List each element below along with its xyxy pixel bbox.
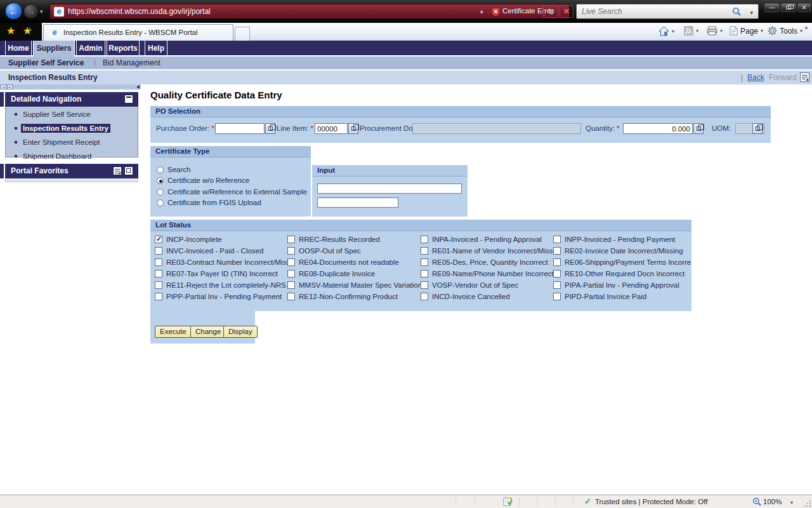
checkbox-icon[interactable] bbox=[155, 270, 162, 277]
checkbox-re02-invoice-date[interactable]: RE02-Invoice Date Incorrect/Missing bbox=[553, 247, 691, 255]
window-close-button[interactable]: ✕ bbox=[797, 3, 811, 12]
checkbox-re03-contract-number[interactable]: RE03-Contract Number Incorrect/Miss bbox=[155, 258, 290, 266]
checkbox-inpa-invoiced-pending-approval[interactable]: INPA-Invoiced - Pending Approval bbox=[421, 236, 554, 243]
address-bar[interactable]: e https://wbscmint.wbscm.usda.gov/irj/po… bbox=[49, 4, 570, 19]
checkbox-icon[interactable] bbox=[155, 258, 162, 266]
feeds-button[interactable]: ▾ bbox=[684, 26, 698, 36]
feeds-dropdown[interactable]: ▾ bbox=[696, 28, 698, 34]
zoom-dropdown[interactable]: ▾ bbox=[790, 500, 793, 505]
change-button[interactable]: Change bbox=[190, 326, 226, 338]
checkbox-icon[interactable] bbox=[287, 258, 295, 266]
checkbox-re06-shipping-payment-terms[interactable]: RE06-Shipping/Payment Terms Incorre bbox=[553, 258, 691, 266]
zoom-magnifier-icon[interactable] bbox=[752, 497, 762, 508]
sidebar-item-shipment-dashboard[interactable]: Shipment Dashboard bbox=[6, 151, 138, 163]
execute-button[interactable]: Execute bbox=[155, 326, 192, 338]
refresh-button[interactable]: ↻ bbox=[544, 5, 558, 18]
checkbox-icon[interactable] bbox=[421, 236, 428, 243]
live-search-input[interactable] bbox=[580, 6, 714, 17]
checkbox-icon[interactable] bbox=[553, 236, 561, 243]
menu-tab-home[interactable]: Home bbox=[5, 41, 32, 56]
checkbox-rrec-results-recorded[interactable]: RREC-Results Recorded bbox=[287, 236, 422, 243]
window-restore-button[interactable] bbox=[781, 3, 796, 12]
favorites-menu-button[interactable] bbox=[113, 166, 122, 175]
browser-back-button[interactable]: ← bbox=[5, 3, 22, 20]
history-menu-icon[interactable] bbox=[800, 72, 809, 82]
address-dropdown[interactable]: ▾ bbox=[480, 9, 483, 15]
search-magnifier-icon[interactable] bbox=[732, 7, 742, 19]
checkbox-re10-other-required-docn[interactable]: RE10-Other Required Docn Incorrect bbox=[553, 270, 691, 277]
url-text[interactable]: https://wbscmint.wbscm.usda.gov/irj/port… bbox=[68, 7, 211, 16]
checkbox-icon[interactable] bbox=[287, 293, 295, 300]
radio-search[interactable]: Search bbox=[157, 165, 190, 174]
security-zone-text[interactable]: Trusted sites | Protected Mode: Off bbox=[595, 498, 707, 505]
command-overflow-chevron[interactable]: » bbox=[804, 24, 808, 31]
input-panel-field-2[interactable] bbox=[317, 197, 398, 208]
checkbox-re05-des-price-quantity[interactable]: RE05-Des, Price, Quantity Incorrect bbox=[421, 258, 554, 266]
scroll-right-button[interactable]: ▸ bbox=[7, 84, 13, 90]
home-button[interactable]: ▾ bbox=[658, 26, 674, 36]
scroll-left-button[interactable]: ◂ bbox=[1, 84, 6, 90]
checkbox-icon[interactable] bbox=[553, 281, 561, 289]
checkbox-icon[interactable] bbox=[553, 293, 561, 300]
purchase-order-value-help-icon[interactable] bbox=[265, 123, 275, 134]
checkbox-icon[interactable] bbox=[421, 270, 428, 277]
recent-pages-dropdown[interactable]: ▾ bbox=[40, 8, 43, 15]
checkbox-re07-tax-payer-id[interactable]: RE07-Tax Payer ID (TIN) Incorrect bbox=[155, 270, 290, 277]
favorites-expand-button[interactable] bbox=[124, 166, 133, 175]
history-forward-link[interactable]: Forward bbox=[769, 73, 797, 82]
checkbox-icon[interactable] bbox=[287, 236, 295, 243]
checkbox-icon[interactable] bbox=[421, 281, 428, 289]
sidebar-item-label[interactable]: Supplier Self Service bbox=[21, 110, 93, 119]
quantity-value-help-icon[interactable] bbox=[693, 123, 704, 134]
radio-icon[interactable] bbox=[157, 189, 164, 196]
add-favorite-star-icon[interactable]: ★+ bbox=[23, 25, 32, 37]
quantity-input[interactable] bbox=[623, 123, 693, 134]
checkbox-icon[interactable] bbox=[553, 258, 561, 266]
menu-tab-admin[interactable]: Admin bbox=[76, 41, 105, 56]
sidebar-item-supplier-self-service[interactable]: Supplier Self Service bbox=[6, 109, 138, 121]
subnav-bid-management[interactable]: Bid Management bbox=[103, 58, 160, 67]
checkbox-re11-reject-lot[interactable]: RE11-Reject the Lot completely-NRS bbox=[155, 281, 290, 289]
favorites-star-icon[interactable]: ★ bbox=[6, 25, 15, 37]
tools-menu-button[interactable]: Tools ▾ bbox=[768, 26, 802, 36]
resize-grip[interactable] bbox=[803, 499, 811, 507]
sidebar-item-enter-shipment-receipt[interactable]: Enter Shipment Receipt bbox=[6, 137, 138, 149]
line-item-value-help-icon[interactable] bbox=[348, 123, 358, 134]
collapse-tray-button[interactable] bbox=[124, 95, 133, 104]
live-search-box[interactable]: ▾ bbox=[576, 4, 759, 19]
stop-button[interactable]: ✕ bbox=[560, 5, 573, 18]
radio-certificate-w-reference-external-sample[interactable]: Certificate w/Reference to External Samp… bbox=[157, 187, 307, 196]
display-button[interactable]: Display bbox=[223, 326, 258, 338]
input-panel-field-1[interactable] bbox=[317, 184, 462, 194]
print-dropdown[interactable]: ▾ bbox=[720, 28, 723, 34]
radio-icon[interactable] bbox=[157, 199, 164, 206]
checkbox-inpp-invoiced-pending-payment[interactable]: INPP-Invoiced - Pending Payment bbox=[553, 236, 691, 243]
checkbox-pipd-partial-invoice-paid[interactable]: PIPD-Partial Invoice Paid bbox=[553, 293, 691, 300]
sidebar-item-label[interactable]: Enter Shipment Receipt bbox=[21, 138, 102, 147]
checkbox-icon[interactable] bbox=[421, 293, 428, 300]
checkbox-icon[interactable] bbox=[421, 258, 428, 266]
menu-tab-reports[interactable]: Reports bbox=[107, 41, 140, 56]
checkbox-icon[interactable] bbox=[553, 247, 561, 255]
page-menu-button[interactable]: Page ▾ bbox=[730, 26, 763, 36]
checkbox-icon[interactable] bbox=[155, 293, 162, 300]
sidebar-item-inspection-results-entry[interactable]: Inspection Results Entry bbox=[6, 123, 138, 135]
menu-tab-help[interactable]: Help bbox=[145, 41, 167, 56]
history-back-link[interactable]: Back bbox=[747, 73, 764, 82]
browser-forward-button[interactable]: → bbox=[23, 4, 39, 19]
menu-tab-suppliers[interactable]: Suppliers bbox=[33, 41, 75, 57]
checkbox-icon[interactable] bbox=[421, 247, 428, 255]
checkbox-vosp-vendor-out-of-spec[interactable]: VOSP-Vendor Out of Spec bbox=[421, 281, 554, 289]
checkbox-icon[interactable] bbox=[287, 270, 295, 277]
radio-icon[interactable] bbox=[157, 166, 164, 173]
checkbox-icon[interactable] bbox=[553, 270, 561, 277]
checkbox-pipa-partial-inv-pending-approval[interactable]: PIPA-Partial Inv - Pending Approval bbox=[553, 281, 691, 289]
checkbox-icon[interactable] bbox=[155, 247, 162, 255]
checkbox-pipp-partial-inv-pending-payment[interactable]: PIPP-Partial Inv - Pending Payment bbox=[155, 293, 290, 300]
radio-certificate-from-fgis-upload[interactable]: Certificate from FGIS Upload bbox=[157, 198, 261, 207]
radio-certificate-wo-reference[interactable]: Certificate w/o Reference bbox=[157, 176, 249, 185]
checkbox-icon[interactable] bbox=[155, 281, 162, 289]
zoom-level-text[interactable]: 100% bbox=[763, 498, 782, 505]
checkbox-oosp-out-of-spec[interactable]: OOSP-Out of Spec bbox=[287, 247, 422, 255]
search-provider-dropdown[interactable]: ▾ bbox=[750, 10, 753, 16]
